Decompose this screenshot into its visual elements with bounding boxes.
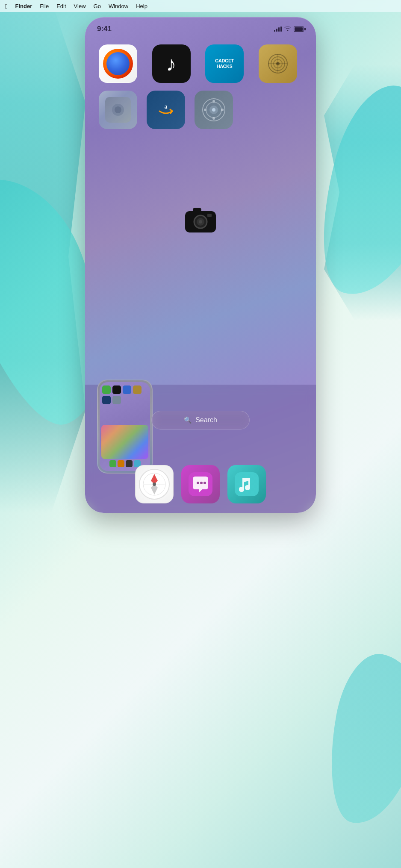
status-time: 9:41 — [97, 25, 112, 33]
app-messages[interactable] — [181, 465, 220, 503]
iphone-simulator: 9:41 — [85, 17, 316, 513]
search-bar[interactable]: 🔍 Search — [151, 411, 250, 430]
apple-menu[interactable]:  — [5, 3, 7, 10]
app-firefox[interactable] — [99, 44, 137, 83]
mac-menu-bar:  Finder File Edit View Go Window Help — [0, 0, 401, 12]
battery-icon — [294, 26, 304, 32]
app-amazon[interactable]: a — [147, 91, 185, 129]
signal-icon — [274, 26, 282, 32]
svg-text:a: a — [165, 103, 168, 110]
app-gadget-hacks[interactable]: GADGET HACKS — [205, 44, 244, 83]
search-icon: 🔍 — [184, 416, 192, 424]
svg-rect-32 — [235, 472, 259, 496]
svg-point-31 — [203, 482, 206, 484]
app-music[interactable] — [227, 465, 266, 503]
svg-point-30 — [200, 482, 203, 484]
app-safari[interactable] — [135, 465, 174, 503]
menu-edit[interactable]: Edit — [56, 3, 66, 9]
svg-point-27 — [153, 483, 156, 486]
bg-shape-bottom — [318, 648, 401, 832]
app-grid-row2: a — [85, 83, 316, 129]
bg-shape-right — [303, 75, 401, 309]
svg-point-16 — [221, 109, 224, 111]
svg-point-29 — [197, 482, 199, 484]
app-photo[interactable] — [99, 91, 137, 129]
status-icons — [274, 26, 304, 32]
menu-help[interactable]: Help — [136, 3, 147, 9]
app-grid-row1: ♪ GADGET HACKS — [85, 36, 316, 83]
dock-row — [135, 465, 266, 503]
search-label: Search — [195, 416, 217, 424]
app-wireless[interactable] — [259, 44, 297, 83]
center-camera[interactable] — [183, 205, 218, 236]
status-bar: 9:41 — [85, 17, 316, 36]
app-camera-roll[interactable] — [195, 91, 233, 129]
svg-point-7 — [115, 106, 121, 113]
svg-point-12 — [212, 108, 215, 112]
svg-rect-18 — [193, 208, 201, 212]
mini-iphone-thumbnail — [97, 380, 153, 474]
svg-point-14 — [212, 117, 215, 120]
menu-view[interactable]: View — [74, 3, 86, 9]
menu-window[interactable]: Window — [109, 3, 128, 9]
menu-go[interactable]: Go — [94, 3, 101, 9]
svg-point-15 — [204, 109, 206, 111]
svg-point-13 — [212, 100, 215, 103]
menu-finder[interactable]: Finder — [15, 3, 32, 9]
app-tiktok[interactable]: ♪ — [152, 44, 191, 83]
svg-point-21 — [199, 220, 202, 224]
dock-area: 🔍 Search — [85, 385, 316, 513]
menu-file[interactable]: File — [40, 3, 49, 9]
svg-rect-22 — [207, 214, 212, 217]
wifi-icon — [284, 26, 291, 32]
